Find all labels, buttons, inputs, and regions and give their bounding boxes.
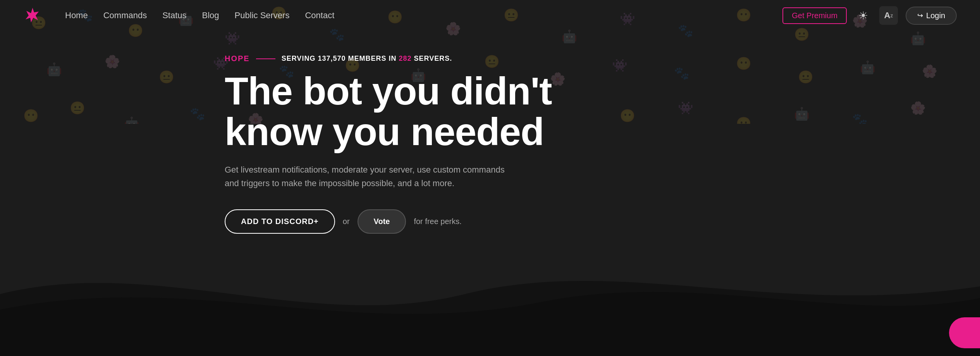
hero-section: HOPE SERVING 137,570 MEMBERS IN 282 SERV… <box>225 54 552 234</box>
add-to-discord-button[interactable]: ADD TO DISCORD+ <box>225 209 335 234</box>
get-premium-button[interactable]: Get Premium <box>782 7 847 24</box>
login-arrow-icon: ↪ <box>917 11 923 20</box>
pink-corner-decoration <box>949 317 980 348</box>
navbar: Home Commands Status Blog Public Servers… <box>0 0 980 31</box>
nav-links: Home Commands Status Blog Public Servers… <box>65 10 782 21</box>
nav-link-home[interactable]: Home <box>65 10 88 21</box>
members-count: 137,570 <box>318 55 346 62</box>
theme-icon: ☀ <box>858 9 868 22</box>
hero-title: The bot you didn't know you needed <box>225 71 552 152</box>
servers-label: SERVERS. <box>414 55 452 62</box>
nav-link-commands[interactable]: Commands <box>103 10 147 21</box>
hero-subtitle: Get livestream notifications, moderate y… <box>225 163 519 190</box>
nav-link-contact[interactable]: Contact <box>305 10 334 21</box>
hero-title-line2: know you needed <box>225 110 544 153</box>
login-button[interactable]: ↪ Login <box>906 7 957 25</box>
or-text: or <box>343 217 350 226</box>
bottom-wave <box>0 232 980 356</box>
nav-link-blog[interactable]: Blog <box>202 10 219 21</box>
nav-logo[interactable] <box>23 6 42 25</box>
login-label: Login <box>926 11 945 20</box>
serving-label: SERVING <box>282 55 316 62</box>
tagline-divider <box>256 58 275 59</box>
vote-button[interactable]: Vote <box>358 209 406 234</box>
nav-right: Get Premium ☀ A z ↪ Login <box>782 6 957 25</box>
hero-title-line1: The bot you didn't <box>225 69 552 113</box>
lang-indicator: z <box>891 12 893 19</box>
free-perks-text: for free perks. <box>414 217 461 226</box>
nav-link-public-servers[interactable]: Public Servers <box>235 10 290 21</box>
hero-actions: ADD TO DISCORD+ or Vote for free perks. <box>225 209 552 234</box>
members-label: MEMBERS IN <box>348 55 397 62</box>
nav-link-status[interactable]: Status <box>162 10 186 21</box>
logo-icon <box>23 6 42 25</box>
tagline-brand: HOPE <box>225 54 250 63</box>
language-button[interactable]: A z <box>879 6 898 25</box>
servers-count: 282 <box>399 55 412 62</box>
language-icon: A <box>884 10 891 21</box>
hero-tagline: HOPE SERVING 137,570 MEMBERS IN 282 SERV… <box>225 54 552 63</box>
theme-toggle-button[interactable]: ☀ <box>854 7 872 24</box>
tagline-stats: SERVING 137,570 MEMBERS IN 282 SERVERS. <box>282 55 452 63</box>
